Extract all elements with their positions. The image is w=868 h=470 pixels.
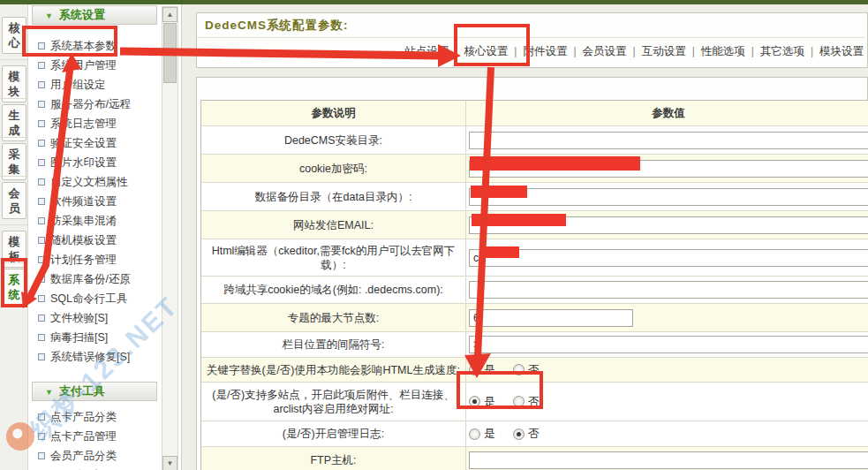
table-row: FTP主机: (201, 447, 868, 470)
settings-tab-bar: 站点设置|核心设置|附件设置|会员设置|互动设置|性能选项|其它选项|模块设置 (203, 44, 864, 59)
scrollbar-thumb[interactable] (163, 23, 177, 83)
sidebar-item-label: 系统基本参数 (50, 39, 117, 54)
param-value-cell: 是否 (466, 358, 868, 382)
sidebar-section-header[interactable]: ▼支付工具 (32, 382, 157, 401)
tab-separator: | (514, 45, 517, 57)
param-label: 专题的最大节点数: (201, 304, 466, 331)
section-caret-icon: ▼ (45, 11, 53, 20)
module-tab-5[interactable]: 会员 (2, 182, 26, 219)
module-tab-7[interactable]: 系统 (2, 269, 26, 306)
bullet-icon (38, 81, 45, 88)
section-title: 系统设置 (59, 8, 105, 21)
sidebar-item-label: 系统日志管理 (50, 117, 117, 132)
param-input[interactable] (469, 160, 868, 178)
sidebar-item[interactable]: 病毒扫描[S] (28, 328, 161, 347)
sidebar-item-label: 随机模板设置 (50, 233, 117, 248)
radio-label-no: 否 (528, 394, 540, 410)
tab-separator: | (751, 45, 754, 57)
sidebar-item[interactable]: 点卡产品分类 (28, 407, 161, 427)
radio-yes[interactable] (469, 364, 480, 375)
param-value-cell: 6 (466, 304, 868, 331)
sidebar-item[interactable]: 图片水印设置 (28, 153, 161, 172)
sidebar-item[interactable]: 计划任务管理 (28, 250, 161, 269)
sidebar-item[interactable]: 验证安全设置 (28, 133, 161, 153)
sidebar-item[interactable]: 软件频道设置 (28, 192, 161, 211)
scroll-up-icon[interactable]: ▲ (162, 7, 177, 22)
param-label: FTP主机: (201, 447, 466, 470)
sidebar-item[interactable]: 系统错误修复[S] (28, 347, 161, 367)
param-input[interactable] (469, 216, 868, 234)
radio-yes[interactable] (469, 396, 480, 407)
param-label: 数据备份目录（在data目录内）: (201, 183, 466, 210)
module-tab-3[interactable]: 生成 (2, 104, 26, 141)
sidebar-item[interactable]: 数据库备份/还原 (28, 269, 161, 289)
module-tab-4[interactable]: 采集 (2, 143, 26, 180)
param-input[interactable]: 6 (469, 309, 633, 327)
radio-no[interactable] (513, 364, 525, 375)
sidebar-item[interactable]: 会员消费记录 (28, 466, 161, 470)
sidebar-item[interactable]: 用户组设定 (28, 75, 161, 95)
sidebar-item-list: 点卡产品分类点卡产品管理会员产品分类会员消费记录 (28, 407, 161, 470)
tab-divider (0, 137, 27, 138)
sidebar-item[interactable]: 系统日志管理 (28, 114, 161, 133)
sidebar-section-header[interactable]: ▼系统设置 (32, 5, 157, 25)
table-row: 跨域共享cookie的域名(例如: .dedecms.com): (201, 277, 868, 304)
sidebar-item[interactable]: 自定义文档属性 (28, 172, 161, 192)
settings-tab-6[interactable]: 性能选项 (701, 45, 745, 57)
radio-yes[interactable] (469, 428, 480, 440)
settings-tab-5[interactable]: 互动设置 (642, 45, 686, 57)
sidebar-scrollbar[interactable]: ▲ ▼ (162, 6, 178, 470)
sidebar-item[interactable]: SQL命令行工具 (28, 289, 161, 308)
settings-tab-4[interactable]: 会员设置 (583, 45, 627, 57)
param-label: (是/否)支持多站点，开启此项后附件、栏目连接、arclist内容启用绝对网址: (201, 383, 466, 421)
tab-divider (0, 176, 27, 177)
tab-divider (0, 59, 27, 60)
sidebar-item[interactable]: 点卡产品管理 (28, 427, 161, 446)
param-input[interactable] (469, 281, 868, 299)
settings-tab-1[interactable]: 站点设置 (404, 45, 449, 57)
bullet-icon (38, 101, 45, 108)
sidebar-item[interactable]: 服务器分布/远程 (28, 95, 161, 114)
module-tab-strip: 核心模块生成采集会员模板系统 (0, 4, 28, 470)
param-input[interactable] (469, 132, 868, 149)
settings-tab-3[interactable]: 附件设置 (523, 45, 567, 57)
config-table: 参数说明参数值DedeCMS安装目录:cookie加密码:数据备份目录（在dat… (200, 100, 868, 470)
sidebar-item[interactable]: 系统用户管理 (28, 56, 161, 75)
radio-no[interactable] (513, 396, 525, 407)
bullet-icon (38, 159, 45, 166)
settings-tab-2[interactable]: 核心设置 (464, 45, 508, 57)
sidebar-item[interactable]: 系统基本参数 (28, 36, 161, 56)
table-row: 专题的最大节点数:6 (201, 304, 868, 332)
param-input[interactable]: > (469, 336, 868, 353)
module-tab-2[interactable]: 模块 (2, 65, 26, 102)
table-row: 栏目位置的间隔符号:> (201, 332, 868, 358)
scroll-down-icon[interactable]: ▼ (162, 456, 177, 470)
param-value-cell (466, 155, 868, 182)
bullet-icon (38, 198, 45, 205)
tab-separator: | (633, 45, 636, 57)
table-row: (是/否)开启管理日志:是否 (201, 421, 868, 447)
sidebar-item-label: 软件频道设置 (50, 194, 117, 209)
radio-label-yes: 是 (484, 426, 495, 442)
param-value-cell: 是否 (466, 383, 868, 421)
radio-no[interactable] (513, 428, 525, 440)
sidebar-item[interactable]: 会员产品分类 (28, 446, 161, 466)
table-row: (是/否)支持多站点，开启此项后附件、栏目连接、arclist内容启用绝对网址:… (201, 383, 868, 421)
param-input[interactable] (469, 451, 868, 469)
param-label: 网站发信EMAIL: (201, 211, 466, 239)
param-input[interactable] (469, 188, 868, 206)
sidebar-item-label: 计划任务管理 (50, 253, 117, 268)
table-row: Html编辑器（ckeditor,需要fck的用户可以去官网下载）:c (201, 239, 868, 277)
settings-tab-7[interactable]: 其它选项 (760, 45, 804, 57)
module-tab-1[interactable]: 核心 (2, 17, 26, 54)
sidebar-item-label: 系统用户管理 (50, 58, 117, 73)
settings-tab-8[interactable]: 模块设置 (819, 45, 864, 57)
sidebar-item-label: SQL命令行工具 (50, 292, 128, 307)
param-input[interactable]: c (469, 249, 868, 267)
tab-divider (0, 224, 27, 225)
sidebar-item[interactable]: 防采集串混淆 (28, 211, 161, 231)
bullet-icon (38, 334, 45, 341)
sidebar-item[interactable]: 随机模板设置 (28, 231, 161, 250)
sidebar-item[interactable]: 文件校验[S] (28, 308, 161, 328)
radio-label-no: 否 (528, 426, 540, 442)
